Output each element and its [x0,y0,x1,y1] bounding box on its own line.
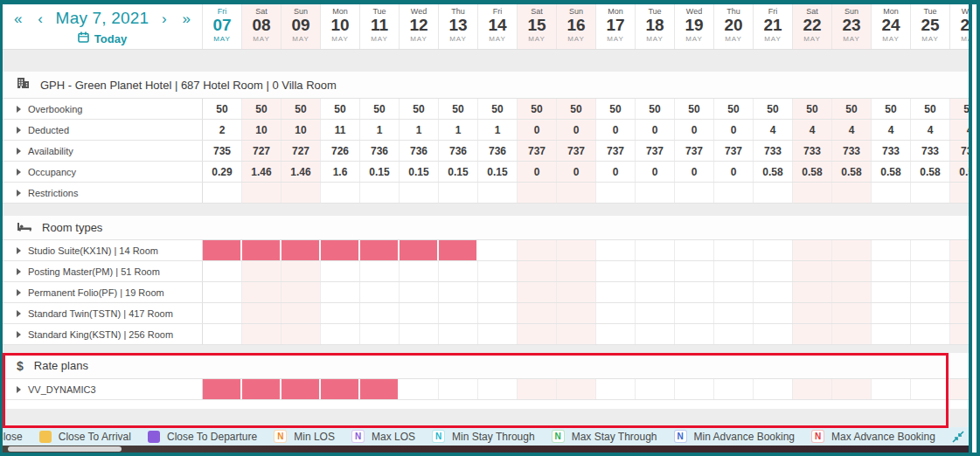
value-cell[interactable] [242,282,281,302]
value-cell[interactable] [596,282,636,302]
value-cell[interactable] [832,240,872,260]
row-label-cell[interactable]: Standard King(KSTN) | 256 Room [3,324,203,344]
value-cell[interactable] [675,324,714,344]
first-page-button[interactable]: « [11,11,24,26]
value-cell[interactable] [518,240,557,260]
value-cell[interactable] [714,240,754,260]
value-cell[interactable] [675,240,714,260]
next-day-button[interactable]: › [159,11,170,26]
value-cell[interactable] [400,261,439,281]
value-cell[interactable] [714,303,754,323]
value-cell[interactable] [400,282,439,302]
last-page-button[interactable]: » [180,11,193,26]
value-cell[interactable] [478,282,518,302]
value-cell[interactable] [754,379,793,399]
expand-arrow-icon[interactable] [17,106,21,113]
value-cell[interactable] [281,282,321,302]
value-cell[interactable] [478,324,518,344]
value-cell[interactable] [596,240,636,260]
value-cell[interactable] [321,303,360,323]
expand-arrow-icon[interactable] [17,148,21,155]
value-cell[interactable] [596,303,636,323]
row-label-cell[interactable]: Occupancy [3,162,203,182]
value-cell[interactable] [714,282,754,302]
expand-arrow-icon[interactable] [17,289,21,296]
value-cell[interactable] [281,240,321,260]
value-cell[interactable] [793,379,832,399]
value-cell[interactable] [596,379,636,399]
value-cell[interactable] [675,261,714,281]
value-cell[interactable] [242,324,281,344]
value-cell[interactable] [636,282,675,302]
row-label-cell[interactable]: VV_DYNAMIC3 [3,379,203,399]
value-cell[interactable] [400,379,439,399]
value-cell[interactable] [518,379,557,399]
value-cell[interactable] [911,379,950,399]
row-label-cell[interactable]: Overbooking [3,99,203,119]
value-cell[interactable] [557,282,596,302]
value-cell[interactable] [321,240,360,260]
value-cell[interactable] [714,324,754,344]
prev-day-button[interactable]: ‹ [35,11,45,26]
value-cell[interactable] [400,303,439,323]
value-cell[interactable] [636,324,675,344]
value-cell[interactable] [360,379,400,399]
value-cell[interactable] [754,282,793,302]
expand-arrow-icon[interactable] [17,310,21,317]
value-cell[interactable] [478,240,518,260]
value-cell[interactable] [439,261,478,281]
value-cell[interactable] [400,324,439,344]
today-button[interactable]: Today [11,30,193,47]
value-cell[interactable] [557,240,596,260]
value-cell[interactable] [400,240,439,260]
horizontal-scrollbar[interactable] [3,446,973,453]
value-cell[interactable] [675,303,714,323]
value-cell[interactable] [832,261,872,281]
row-label-cell[interactable]: Posting Master(PM) | 51 Room [3,261,203,281]
value-cell[interactable] [911,261,950,281]
value-cell[interactable] [478,379,518,399]
value-cell[interactable] [518,282,557,302]
value-cell[interactable] [596,324,636,344]
value-cell[interactable] [596,261,636,281]
value-cell[interactable] [872,324,911,344]
value-cell[interactable] [754,240,793,260]
value-cell[interactable] [557,324,596,344]
value-cell[interactable] [911,324,950,344]
expand-arrow-icon[interactable] [17,127,21,134]
value-cell[interactable] [203,261,242,281]
value-cell[interactable] [872,261,911,281]
value-cell[interactable] [793,282,832,302]
row-label-cell[interactable]: Permanent Folio(PF) | 19 Room [3,282,203,302]
value-cell[interactable] [754,303,793,323]
current-date-label[interactable]: May 7, 2021 [56,9,149,28]
value-cell[interactable] [714,379,754,399]
value-cell[interactable] [478,261,518,281]
value-cell[interactable] [754,261,793,281]
value-cell[interactable] [872,379,911,399]
collapse-icon[interactable] [952,431,964,443]
value-cell[interactable] [360,261,400,281]
value-cell[interactable] [793,324,832,344]
value-cell[interactable] [636,379,675,399]
expand-arrow-icon[interactable] [17,247,21,254]
value-cell[interactable] [793,303,832,323]
value-cell[interactable] [518,303,557,323]
value-cell[interactable] [557,379,596,399]
value-cell[interactable] [321,324,360,344]
value-cell[interactable] [321,379,360,399]
value-cell[interactable] [281,379,321,399]
value-cell[interactable] [321,282,360,302]
value-cell[interactable] [636,261,675,281]
value-cell[interactable] [439,324,478,344]
expand-arrow-icon[interactable] [17,386,21,393]
value-cell[interactable] [518,324,557,344]
value-cell[interactable] [203,379,242,399]
row-label-cell[interactable]: Standard Twin(TSTN) | 417 Room [3,303,203,323]
row-label-cell[interactable]: Studio Suite(KX1N) | 14 Room [3,240,203,260]
value-cell[interactable] [557,303,596,323]
expand-arrow-icon[interactable] [17,169,21,176]
value-cell[interactable] [872,303,911,323]
value-cell[interactable] [281,324,321,344]
value-cell[interactable] [203,282,242,302]
